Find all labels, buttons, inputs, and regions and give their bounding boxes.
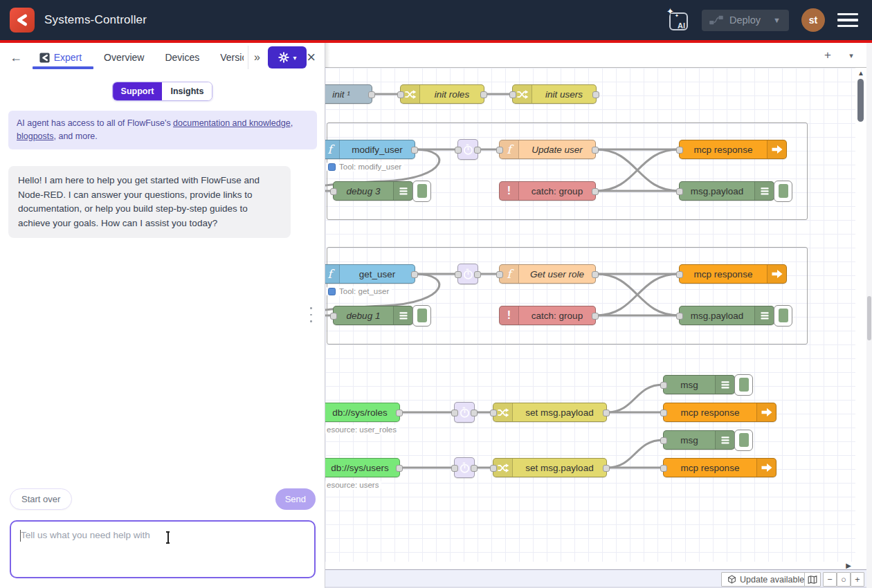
- vertical-scrollbar-thumb[interactable]: [857, 79, 864, 122]
- node-output-port[interactable]: [368, 91, 375, 98]
- flow-node-setA[interactable]: set msg.payload: [493, 403, 607, 422]
- flow-node-delay4[interactable]: [454, 457, 475, 478]
- avatar[interactable]: st: [801, 8, 825, 32]
- tab-expert[interactable]: Expert: [39, 52, 82, 63]
- browser-scrollbar-thumb[interactable]: [867, 296, 871, 340]
- debug-toggle-button[interactable]: [734, 430, 753, 451]
- node-input-port[interactable]: [330, 188, 337, 195]
- node-output-port[interactable]: [411, 271, 418, 278]
- settings-dropdown-button[interactable]: ▾: [268, 46, 307, 68]
- node-output-port[interactable]: [592, 188, 599, 195]
- flow-node-catch2[interactable]: !catch: group: [499, 306, 596, 325]
- node-output-port[interactable]: [474, 271, 481, 278]
- node-input-port[interactable]: [676, 188, 683, 195]
- node-input-port[interactable]: [660, 465, 667, 472]
- tab-devices[interactable]: Devices: [165, 52, 199, 63]
- node-input-port[interactable]: [451, 410, 458, 416]
- node-output-port[interactable]: [603, 410, 610, 416]
- flow-canvas[interactable]: init ¹init rolesinit usersfmodify_userfU…: [325, 68, 855, 562]
- node-output-port[interactable]: [396, 465, 403, 472]
- node-output-port[interactable]: [411, 147, 418, 154]
- minimap-button[interactable]: [804, 572, 821, 587]
- debug-toggle-button[interactable]: [774, 181, 792, 202]
- node-output-port[interactable]: [480, 91, 487, 98]
- info-note-link[interactable]: blogposts: [17, 131, 54, 141]
- zoom-reset-button[interactable]: ○: [837, 572, 851, 587]
- node-input-port[interactable]: [490, 410, 497, 416]
- flow-node-get_user_role[interactable]: fGet user role: [499, 264, 596, 284]
- browser-scrollbar[interactable]: [866, 43, 872, 588]
- chat-input[interactable]: [10, 520, 316, 578]
- flow-wire[interactable]: [607, 440, 663, 468]
- flow-node-msgB[interactable]: msg: [663, 430, 735, 450]
- node-input-port[interactable]: [660, 410, 667, 416]
- node-input-port[interactable]: [496, 271, 503, 278]
- flow-node-init_roles[interactable]: init roles: [400, 84, 484, 104]
- tab-overview[interactable]: Overview: [104, 52, 144, 63]
- ai-assistant-button[interactable]: ✦ ✦ AI: [667, 9, 689, 31]
- flow-node-msgA[interactable]: msg: [663, 375, 735, 394]
- node-output-port[interactable]: [471, 465, 478, 472]
- flow-node-delay1[interactable]: [457, 139, 478, 160]
- node-output-port[interactable]: [603, 465, 610, 472]
- start-over-button[interactable]: Start over: [10, 488, 72, 510]
- debug-toggle-button[interactable]: [734, 374, 753, 396]
- node-input-port[interactable]: [676, 147, 683, 154]
- scroll-right-icon[interactable]: ▶: [846, 562, 851, 569]
- send-button[interactable]: Send: [275, 488, 316, 510]
- node-input-port[interactable]: [676, 271, 683, 278]
- flow-node-init[interactable]: init ¹: [325, 84, 372, 104]
- toggle-support[interactable]: Support: [113, 82, 163, 100]
- node-output-port[interactable]: [592, 313, 599, 320]
- flow-node-delay2[interactable]: [457, 264, 478, 284]
- debug-toggle-button[interactable]: [412, 181, 431, 202]
- flow-list-button[interactable]: ▾: [843, 47, 860, 64]
- close-panel-button[interactable]: ×: [307, 50, 316, 65]
- flow-node-mcpB[interactable]: mcp response: [663, 458, 776, 477]
- node-input-port[interactable]: [455, 147, 462, 154]
- node-input-port[interactable]: [397, 91, 404, 98]
- flow-node-get_user[interactable]: fget_user: [325, 264, 415, 284]
- scroll-up-icon[interactable]: ▲: [857, 69, 864, 77]
- node-output-port[interactable]: [471, 410, 478, 416]
- flow-node-modify_user[interactable]: fmodify_user: [325, 140, 415, 159]
- debug-toggle-button[interactable]: [412, 305, 431, 327]
- flow-node-catch1[interactable]: !catch: group: [499, 181, 596, 201]
- update-available-button[interactable]: Update available: [721, 572, 810, 587]
- flow-node-db_users[interactable]: db://sys/users: [325, 458, 400, 477]
- flow-node-mcp1[interactable]: mcp response: [679, 140, 787, 159]
- back-arrow-button[interactable]: ←: [10, 50, 24, 65]
- node-input-port[interactable]: [451, 465, 458, 472]
- debug-toggle-button[interactable]: [774, 305, 792, 327]
- flow-wire[interactable]: [607, 385, 663, 412]
- flow-node-msgp2[interactable]: msg.payload: [679, 306, 774, 325]
- flow-node-msgp1[interactable]: msg.payload: [679, 181, 774, 201]
- node-output-port[interactable]: [396, 410, 403, 416]
- add-flow-button[interactable]: +: [818, 47, 837, 64]
- node-input-port[interactable]: [676, 313, 683, 320]
- node-output-port[interactable]: [474, 147, 481, 154]
- node-input-port[interactable]: [330, 313, 337, 320]
- node-input-port[interactable]: [455, 271, 462, 278]
- flow-node-debug3[interactable]: debug 3: [333, 181, 413, 201]
- panel-resize-handle[interactable]: [310, 307, 312, 322]
- node-output-port[interactable]: [592, 91, 599, 98]
- flow-node-update_user[interactable]: fUpdate user: [499, 140, 596, 159]
- flow-node-mcp2[interactable]: mcp response: [679, 264, 787, 284]
- node-input-port[interactable]: [509, 91, 516, 98]
- flow-node-db_roles[interactable]: db://sys/roles: [325, 403, 400, 422]
- flow-node-setB[interactable]: set msg.payload: [493, 458, 607, 477]
- flow-node-debug1[interactable]: debug 1: [333, 306, 413, 325]
- tab-overflow-button[interactable]: »: [254, 51, 260, 64]
- deploy-button[interactable]: Deploy ▼: [702, 10, 789, 31]
- flow-node-mcpA[interactable]: mcp response: [663, 403, 776, 422]
- info-note-link[interactable]: documentation and knowledge: [173, 118, 291, 128]
- hamburger-menu-button[interactable]: [837, 13, 858, 28]
- flow-node-init_users[interactable]: init users: [512, 84, 597, 104]
- vertical-scrollbar[interactable]: ▲: [855, 68, 866, 562]
- toggle-insights[interactable]: Insights: [163, 82, 212, 100]
- flow-group[interactable]: [327, 247, 808, 344]
- node-output-port[interactable]: [592, 271, 599, 278]
- tab-version-history[interactable]: Versic: [220, 52, 244, 63]
- zoom-out-button[interactable]: −: [823, 572, 837, 587]
